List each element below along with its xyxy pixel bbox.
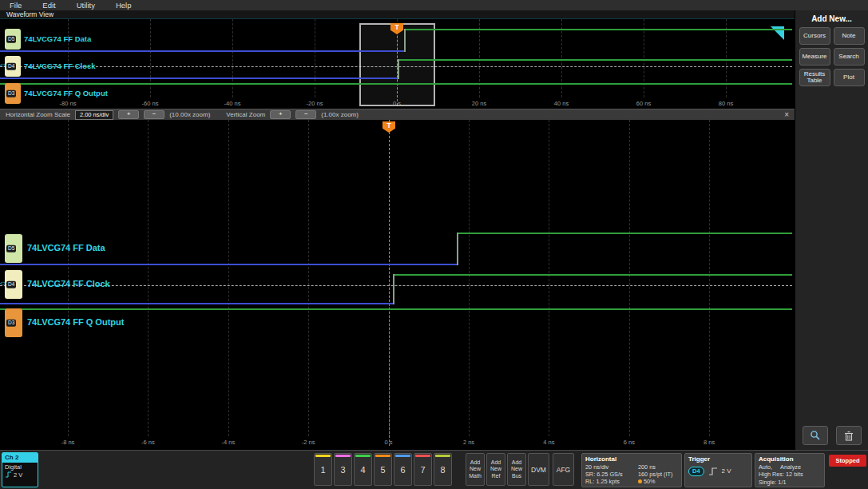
trash-icon: [844, 431, 854, 441]
axis-label: 60 ns: [636, 100, 651, 107]
acquisition-title: Acquisition: [759, 455, 821, 463]
acquisition-panel[interactable]: Acquisition Auto, Analyze High Res: 12 b…: [755, 453, 825, 487]
afg-button[interactable]: AFG: [553, 453, 574, 486]
gridline: [469, 120, 470, 436]
channel-label-d3: 74LVCG74 FF Q Output: [27, 317, 124, 327]
trash-button[interactable]: [836, 426, 862, 445]
add-button-line: Add: [470, 459, 480, 466]
channel-color-tab: D5: [5, 234, 22, 263]
channel-8-button[interactable]: 8: [434, 453, 452, 486]
channel-tab-d3[interactable]: D3: [5, 83, 21, 104]
menu-help[interactable]: Help: [116, 0, 132, 10]
add-new-ref-button[interactable]: AddNewRef: [486, 453, 505, 486]
stopped-status-badge[interactable]: Stopped: [829, 455, 866, 467]
channel-color-tab: D5: [5, 29, 21, 50]
add-plot-button[interactable]: Plot: [834, 69, 865, 86]
channel-tab-d5[interactable]: D5: [5, 29, 21, 50]
zoom-mode-button[interactable]: [803, 426, 828, 445]
channel-1-color-strip: [315, 455, 331, 457]
axis-label: -6 ns: [141, 439, 155, 446]
channel-tab-d5[interactable]: D5: [5, 234, 22, 263]
channel-3-color-strip: [335, 455, 351, 457]
h-zoom-minus-button[interactable]: −: [144, 110, 164, 119]
bit-chip: D5: [6, 245, 16, 252]
trigger-title: Trigger: [688, 455, 748, 463]
channel-3-button[interactable]: 3: [334, 453, 352, 486]
v-zoom-factor: (1.00x zoom): [321, 111, 359, 118]
bit-chip: D4: [6, 63, 16, 70]
trigger-source-marker: <>: [0, 281, 6, 287]
trigger-level: 2 V: [722, 467, 731, 475]
channel-tab-d3[interactable]: D3: [5, 308, 22, 337]
axis-label: 40 ns: [554, 100, 569, 107]
axis-label: -4 ns: [221, 439, 235, 446]
zoom-toolbar: Horizontal Zoom Scale 2.00 ns/div + − (1…: [0, 109, 795, 120]
horizontal-value: 50%: [638, 478, 678, 485]
horizontal-value: RL: 1.25 kpts: [585, 478, 635, 485]
dvm-button[interactable]: DVM: [528, 453, 549, 486]
channel-tab-d4[interactable]: D4: [5, 56, 21, 77]
sidebar-bottom-buttons: [795, 426, 868, 445]
q-high-trace: [0, 83, 792, 85]
add-measure-button[interactable]: Measure: [799, 48, 830, 66]
channel-1-button[interactable]: 1: [314, 453, 332, 486]
v-zoom-plus-button[interactable]: +: [270, 110, 291, 119]
sidebar: Add New... CursorsNoteMeasureSearchResul…: [795, 10, 868, 450]
channel-label-d4: 74LVCG74 FF Clock: [24, 62, 96, 70]
channel-6-number: 6: [400, 465, 405, 475]
channel-5-button[interactable]: 5: [374, 453, 392, 486]
acquisition-analyze: Analyze: [780, 463, 801, 471]
add-new-bus-button[interactable]: AddNewBus: [507, 453, 526, 486]
gridline: [308, 120, 309, 436]
axis-label: -20 ns: [307, 100, 323, 107]
clock-low-trace: [0, 303, 393, 304]
channel-label-d5: 74LVCG74 FF Data: [27, 243, 105, 252]
clock-low-trace: [0, 78, 398, 79]
add-note-button[interactable]: Note: [834, 27, 865, 45]
trigger-marker[interactable]: T: [382, 121, 395, 133]
menu-edit[interactable]: Edit: [42, 0, 55, 10]
acquisition-mode: Auto,: [759, 463, 772, 471]
gridline: [561, 19, 562, 97]
horizontal-panel[interactable]: Horizontal 20 ns/div200 nsSR: 6.25 GS/s1…: [581, 453, 682, 487]
add-results-table-button[interactable]: Results Table: [799, 69, 830, 86]
add-new-buttons: AddNewMathAddNewRefAddNewBus: [466, 453, 526, 486]
channel-label-d4: 74LVCG74 FF Clock: [27, 279, 110, 288]
h-zoom-scale-value[interactable]: 2.00 ns/div: [75, 110, 113, 120]
data-high-trace: [404, 29, 792, 30]
add-button-line: New: [470, 466, 481, 472]
main-plot: -8 ns-6 ns-4 ns-2 ns0 s2 ns4 ns6 ns8 nsT…: [0, 120, 795, 450]
h-zoom-plus-button[interactable]: +: [118, 110, 139, 119]
gridline: [148, 120, 149, 436]
bottom-bar: Ch 2 Digital 2 V 1345678 AddNewMathAddNe…: [0, 450, 868, 489]
channel-tab-d4[interactable]: D4: [5, 270, 22, 299]
axis-label: 8 ns: [704, 439, 715, 446]
gridline: [150, 19, 151, 97]
channel-2-badge[interactable]: Ch 2 Digital 2 V: [2, 452, 38, 487]
add-cursors-button[interactable]: Cursors: [799, 27, 830, 45]
channel-6-button[interactable]: 6: [394, 453, 412, 486]
horizontal-title: Horizontal: [585, 455, 678, 463]
add-new-math-button[interactable]: AddNewMath: [466, 453, 485, 486]
v-zoom-minus-button[interactable]: −: [295, 110, 316, 119]
channel-7-color-strip: [415, 455, 430, 457]
magnifier-icon: [810, 430, 821, 441]
channel-7-button[interactable]: 7: [414, 453, 432, 486]
menu-utility[interactable]: Utility: [77, 0, 95, 10]
view-tab[interactable]: Waveform View: [0, 10, 795, 19]
channel-1-number: 1: [320, 465, 325, 475]
axis-label: 2 ns: [463, 439, 474, 446]
channel-3-number: 3: [340, 465, 345, 475]
channel-5-color-strip: [375, 455, 390, 457]
threshold-icon: [5, 471, 12, 478]
zoom-close-icon[interactable]: ×: [784, 111, 789, 119]
axis-label: -60 ns: [142, 100, 159, 107]
sidebar-title: Add New...: [795, 14, 868, 23]
trigger-panel[interactable]: Trigger D4 2 V: [684, 453, 752, 487]
oscilloscope-app: FileEditUtilityHelp Waveform View -80 ns…: [0, 0, 868, 489]
channel-4-button[interactable]: 4: [354, 453, 372, 486]
channel-color-tab: D3: [5, 308, 22, 337]
add-search-button[interactable]: Search: [834, 48, 865, 66]
channel-4-color-strip: [355, 455, 371, 457]
menu-file[interactable]: File: [10, 0, 22, 10]
